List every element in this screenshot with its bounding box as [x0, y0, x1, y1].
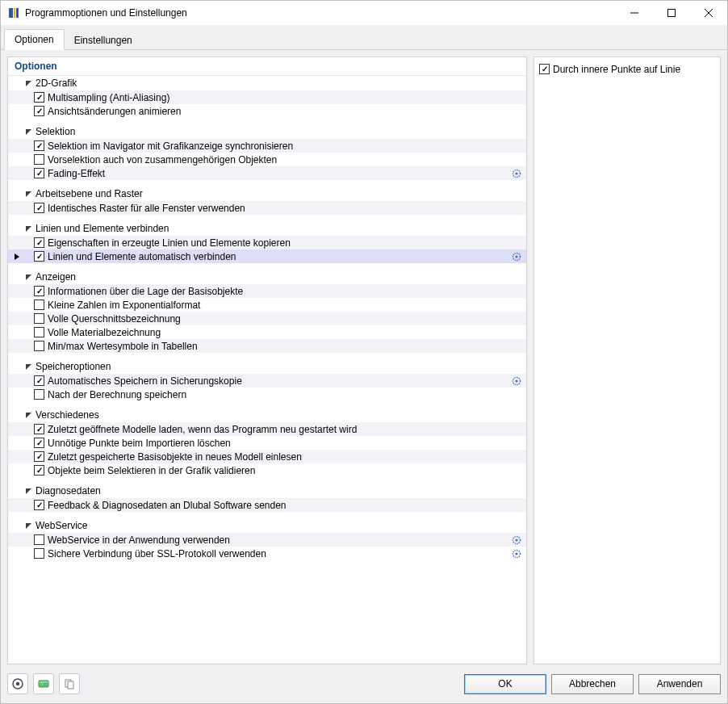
- svg-point-14: [515, 552, 517, 555]
- gear-icon[interactable]: [508, 169, 525, 178]
- checkbox[interactable]: [34, 451, 44, 462]
- tab-options[interactable]: Optionen: [4, 29, 65, 50]
- checkbox[interactable]: [34, 251, 44, 262]
- option-label: Multisampling (Anti-Aliasing): [48, 92, 508, 103]
- option-copy_props[interactable]: Eigenschaften in erzeugte Linien und Ele…: [8, 236, 526, 249]
- option-minmax[interactable]: Min/max Wertesymbole in Tabellen: [8, 339, 526, 353]
- option-label: Feedback & Diagnosedaten an Dlubal Softw…: [48, 500, 508, 511]
- option-same_grid[interactable]: Identisches Raster für alle Fenster verw…: [8, 201, 526, 215]
- group-display[interactable]: Anzeigen: [8, 270, 526, 284]
- option-label: Volle Materialbezeichnung: [48, 327, 508, 338]
- option-full_mat[interactable]: Volle Materialbezeichnung: [8, 325, 526, 339]
- option-label: Linien und Elemente automatisch verbinde…: [48, 251, 508, 262]
- group-selection[interactable]: Selektion: [8, 124, 526, 139]
- content-split: Optionen 2D-GrafikMultisampling (Anti-Al…: [7, 57, 721, 664]
- defaults-button[interactable]: [59, 673, 80, 694]
- option-base_info[interactable]: Informationen über die Lage der Basisobj…: [8, 284, 526, 298]
- chevron-down-icon[interactable]: [23, 409, 34, 421]
- chevron-down-icon[interactable]: [23, 485, 34, 497]
- group-label: WebService: [36, 520, 87, 531]
- checkbox[interactable]: [34, 300, 44, 310]
- chevron-down-icon[interactable]: [23, 223, 34, 234]
- checkbox[interactable]: [34, 106, 44, 116]
- option-full_cs[interactable]: Volle Querschnittsbezeichnung: [8, 312, 526, 325]
- cancel-button[interactable]: Abbrechen: [551, 674, 634, 694]
- option-send_diag[interactable]: Feedback & Diagnosedaten an Dlubal Softw…: [8, 498, 526, 512]
- checkbox[interactable]: [34, 389, 44, 400]
- option-auto_connect[interactable]: Linien und Elemente automatisch verbinde…: [8, 249, 526, 263]
- apply-button[interactable]: Anwenden: [638, 674, 721, 694]
- chevron-down-icon[interactable]: [23, 520, 34, 531]
- group-connect[interactable]: Linien und Elemente verbinden: [8, 221, 526, 236]
- units-button[interactable]: 0,00: [33, 673, 54, 694]
- titlebar: Programmoptionen und Einstellungen: [1, 1, 727, 25]
- minimize-button[interactable]: [616, 1, 653, 25]
- option-label: Identisches Raster für alle Fenster verw…: [48, 203, 508, 214]
- detail-panel: Durch innere Punkte auf Linie: [533, 57, 721, 664]
- group-workplane[interactable]: Arbeitsebene und Raster: [8, 186, 526, 201]
- chevron-down-icon[interactable]: [23, 78, 34, 89]
- option-label: WebService in der Anwendung verwenden: [48, 534, 508, 546]
- checkbox[interactable]: [34, 203, 44, 213]
- chevron-down-icon[interactable]: [23, 188, 34, 199]
- checkbox[interactable]: [34, 286, 44, 296]
- checkbox[interactable]: [34, 438, 44, 448]
- maximize-button[interactable]: [653, 1, 690, 25]
- checkbox[interactable]: [34, 341, 44, 351]
- option-ssl[interactable]: Sichere Verbindung über SSL-Protokoll ve…: [8, 547, 526, 560]
- checkbox[interactable]: [34, 92, 44, 103]
- close-button[interactable]: [690, 1, 727, 25]
- checkbox[interactable]: [34, 168, 44, 178]
- checkbox[interactable]: [34, 140, 44, 151]
- option-label: Sichere Verbindung über SSL-Protokoll ve…: [48, 548, 508, 559]
- option-preselect[interactable]: Vorselektion auch von zusammengehörigen …: [8, 153, 526, 166]
- option-fading[interactable]: Fading-Effekt: [8, 166, 526, 180]
- option-autosave[interactable]: Automatisches Speichern in Sicherungskop…: [8, 374, 526, 388]
- checkbox[interactable]: [34, 534, 44, 545]
- svg-point-10: [515, 379, 517, 382]
- option-small_exp[interactable]: Kleine Zahlen im Exponentialformat: [8, 298, 526, 312]
- checkbox[interactable]: [34, 375, 44, 386]
- option-sync_nav[interactable]: Selektion im Navigator mit Grafikanzeige…: [8, 139, 526, 153]
- checkbox[interactable]: [34, 237, 44, 248]
- group-g2d[interactable]: 2D-Grafik: [8, 76, 526, 90]
- checkbox[interactable]: [34, 465, 44, 476]
- option-label: Automatisches Speichern in Sicherungskop…: [48, 375, 508, 387]
- checkbox[interactable]: [34, 313, 44, 324]
- checkbox[interactable]: [34, 548, 44, 559]
- checkbox[interactable]: [34, 500, 44, 510]
- through-inner-points-checkbox[interactable]: [539, 64, 550, 74]
- option-label: Unnötige Punkte beim Importieren löschen: [48, 438, 508, 449]
- chevron-down-icon[interactable]: [23, 271, 34, 283]
- tab-settings[interactable]: Einstellungen: [65, 31, 142, 50]
- ok-button[interactable]: OK: [464, 674, 546, 694]
- options-tree[interactable]: 2D-GrafikMultisampling (Anti-Aliasing)An…: [8, 76, 526, 664]
- option-read_base[interactable]: Zuletzt gespeicherte Basisobjekte in neu…: [8, 450, 526, 463]
- option-save_after_calc[interactable]: Nach der Berechnung speichern: [8, 388, 526, 401]
- gear-icon[interactable]: [508, 252, 525, 262]
- option-use_ws[interactable]: WebService in der Anwendung verwenden: [8, 533, 526, 547]
- option-multisampling[interactable]: Multisampling (Anti-Aliasing): [8, 90, 526, 104]
- checkbox[interactable]: [34, 154, 44, 165]
- svg-rect-4: [668, 10, 676, 17]
- group-label: 2D-Grafik: [36, 78, 77, 89]
- group-save[interactable]: Speicheroptionen: [8, 359, 526, 374]
- gear-icon[interactable]: [508, 549, 525, 559]
- checkbox[interactable]: [34, 424, 44, 434]
- group-misc[interactable]: Verschiedenes: [8, 408, 526, 422]
- group-diag[interactable]: Diagnosedaten: [8, 484, 526, 498]
- through-inner-points-row[interactable]: Durch innere Punkte auf Linie: [539, 62, 715, 76]
- chevron-down-icon[interactable]: [23, 361, 34, 372]
- svg-point-12: [515, 538, 517, 541]
- option-view_anim[interactable]: Ansichtsänderungen animieren: [8, 104, 526, 118]
- help-button[interactable]: [7, 673, 28, 694]
- chevron-down-icon[interactable]: [23, 126, 34, 137]
- svg-point-16: [16, 682, 19, 685]
- checkbox[interactable]: [34, 327, 44, 337]
- option-load_recent[interactable]: Zuletzt geöffnete Modelle laden, wenn da…: [8, 422, 526, 436]
- option-validate_sel[interactable]: Objekte beim Selektieren in der Grafik v…: [8, 463, 526, 477]
- gear-icon[interactable]: [508, 376, 525, 386]
- option-del_unneeded[interactable]: Unnötige Punkte beim Importieren löschen: [8, 436, 526, 450]
- group-ws[interactable]: WebService: [8, 518, 526, 533]
- gear-icon[interactable]: [508, 535, 525, 545]
